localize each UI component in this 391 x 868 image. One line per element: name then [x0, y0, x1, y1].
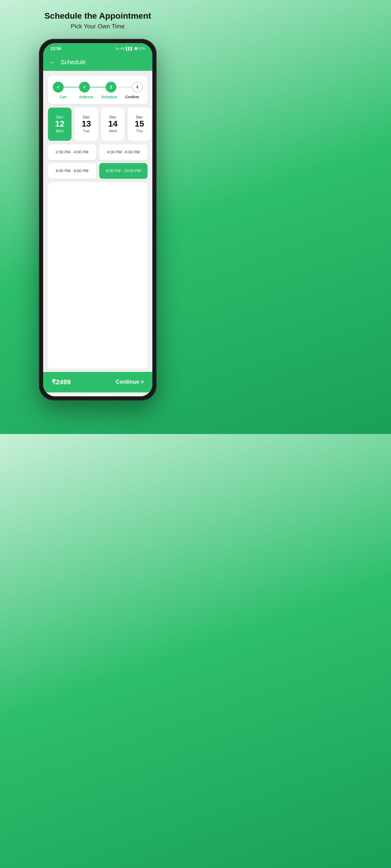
page-header: Schedule the Appointment Pick Your Own T… [38, 0, 157, 36]
battery-icon: ▮▮ 37% [134, 46, 145, 50]
checkmark-icon [56, 85, 60, 90]
timeslot-6-8[interactable]: 6:00 PM - 8:00 PM [48, 163, 96, 179]
timeslot-2-4[interactable]: 2:00 PM - 4:00 PM [48, 144, 96, 160]
step-schedule: 3 [106, 82, 116, 93]
signal-icon: Vo [115, 47, 119, 50]
step-cart [53, 82, 64, 93]
progress-card: 3 4 Cart Address Schedule Confirm [48, 76, 147, 104]
back-button[interactable]: ← [49, 59, 56, 66]
date-weekday-2: Wed [109, 129, 117, 133]
step-label-schedule: Schedule [99, 95, 120, 99]
header-title: Schedule [61, 59, 86, 66]
4g-icon: 4G [120, 47, 125, 50]
steps-row: 3 4 [53, 82, 143, 93]
status-bar: 12:54 Vo 4G ▌▌▌ ▮▮ 37% [43, 43, 152, 54]
date-day-3: 15 [135, 119, 144, 129]
step-line-2 [90, 87, 105, 87]
home-indicator [83, 394, 113, 396]
date-month-3: Dec [136, 115, 143, 119]
step-confirm: 4 [132, 82, 143, 93]
app-header: ← Schedule [43, 54, 152, 71]
page-subtitle: Pick Your Own Time [44, 23, 151, 30]
checkmark-icon-2 [83, 85, 86, 90]
date-day-2: 14 [108, 119, 117, 129]
wifi-icon: ▌▌▌ [126, 47, 133, 50]
date-month-1: Dec [83, 115, 90, 119]
date-day-1: 13 [81, 119, 91, 129]
date-picker: Dec 12 Mon Dec 13 Tue Dec 14 Wed Dec 15 [43, 107, 152, 141]
date-dec-15[interactable]: Dec 15 Thu [128, 107, 151, 141]
date-dec-13[interactable]: Dec 13 Tue [75, 107, 98, 141]
step-label-cart: Cart [53, 95, 74, 99]
step-line-1 [64, 87, 79, 87]
price-label: ₹2499 [52, 378, 71, 386]
empty-space [48, 182, 147, 368]
phone-screen: 12:54 Vo 4G ▌▌▌ ▮▮ 37% ← Schedule [43, 43, 152, 396]
step-label-address: Address [76, 95, 97, 99]
date-dec-14[interactable]: Dec 14 Wed [101, 107, 124, 141]
date-weekday-0: Mon [56, 129, 63, 133]
screen-content: 3 4 Cart Address Schedule Confirm Dec [43, 71, 152, 396]
date-month-0: Dec [56, 115, 63, 119]
phone-frame: 12:54 Vo 4G ▌▌▌ ▮▮ 37% ← Schedule [39, 39, 157, 401]
page-title: Schedule the Appointment [44, 11, 151, 21]
status-time: 12:54 [50, 46, 61, 51]
step-address [79, 82, 90, 93]
step-line-3 [116, 87, 132, 87]
date-weekday-3: Thu [136, 129, 143, 133]
step-label-confirm: Confirm [121, 95, 143, 99]
time-slots: 2:00 PM - 4:00 PM 4:00 PM - 6:00 PM 6:00… [43, 144, 152, 179]
date-dec-12[interactable]: Dec 12 Mon [48, 107, 72, 141]
status-icons: Vo 4G ▌▌▌ ▮▮ 37% [115, 46, 145, 50]
date-day-0: 12 [55, 119, 64, 129]
bottom-bar: ₹2499 Continue > [43, 372, 152, 393]
date-month-2: Dec [109, 115, 116, 119]
continue-button[interactable]: Continue > [116, 379, 144, 385]
timeslot-4-6[interactable]: 4:00 PM - 6:00 PM [99, 144, 147, 160]
steps-labels: Cart Address Schedule Confirm [53, 95, 143, 99]
timeslot-8-10[interactable]: 8:00 PM - 10:00 PM [99, 163, 147, 179]
date-weekday-1: Tue [83, 129, 90, 133]
